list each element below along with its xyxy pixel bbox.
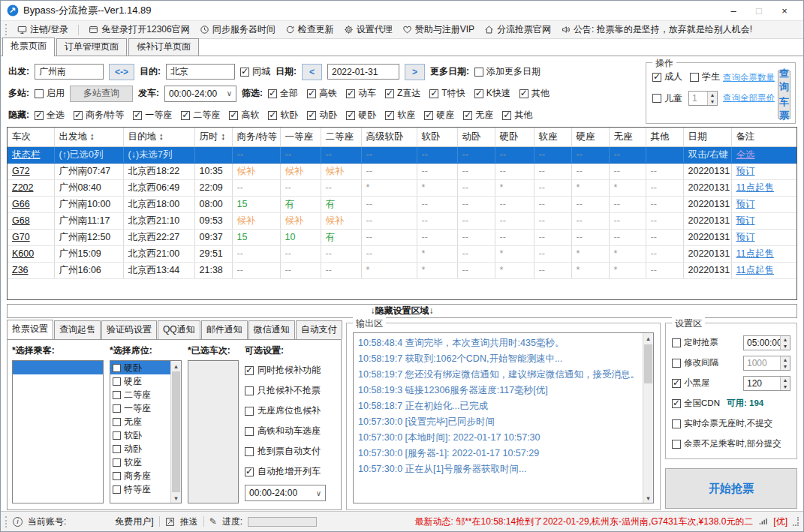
scroll-thumb[interactable] (644, 344, 652, 383)
book-link[interactable]: 预订 (736, 199, 755, 209)
settings-tab-2[interactable]: 查询起售 (54, 320, 101, 339)
train-number-link[interactable]: G68 (12, 215, 30, 226)
hide-checkbox-8[interactable]: 硬卧 (346, 109, 376, 122)
grid-header-cell[interactable]: 日期 (683, 128, 731, 146)
select-all-link[interactable]: 全选 (736, 149, 755, 160)
settings-tab-3[interactable]: 验证码设置 (101, 320, 157, 339)
dest-input[interactable]: 北京 (166, 64, 235, 80)
main-tab-1[interactable]: 抢票页面 (2, 38, 55, 56)
filter-checkbox-2[interactable]: 高铁 (307, 87, 337, 100)
grid-header-cell[interactable]: 其他 (646, 128, 683, 146)
train-number-link[interactable]: G70 (12, 232, 30, 242)
hide-checkbox-7[interactable]: 动卧 (307, 109, 337, 122)
hide-checkbox-10[interactable]: 硬座 (424, 109, 454, 122)
toolbar-item-4[interactable]: 检查更新 (285, 23, 334, 36)
train-number-link[interactable]: G72 (12, 166, 30, 176)
adult-checkbox[interactable]: 成人 (652, 71, 682, 83)
scroll-up-icon[interactable] (643, 333, 653, 343)
stepper-up-icon[interactable] (781, 336, 790, 343)
add-more-dates-checkbox[interactable]: 添加更多日期 (474, 65, 541, 78)
toolbar-item-6[interactable]: 赞助与注册VIP (402, 23, 474, 36)
train-number-link[interactable]: Z202 (12, 182, 34, 193)
setting-stepper[interactable]: 05:00:00 (743, 335, 790, 350)
hide-checkbox-11[interactable]: 无座 (463, 109, 493, 122)
depart-time-select[interactable]: 00:00-24:00 ∨ (164, 86, 236, 102)
start-grab-button[interactable]: 开始抢票 (665, 468, 797, 509)
grid-header-cell[interactable]: 无座 (609, 128, 646, 146)
grab-option-5[interactable]: 抢到票自动支付 (245, 441, 336, 461)
seat-option-row[interactable]: 硬卧 (110, 361, 170, 374)
setting-checkbox-1[interactable]: 定时抢票 (672, 337, 718, 348)
grab-option-1[interactable]: 同时抢候补功能 (245, 360, 336, 380)
student-checkbox[interactable]: 学生 (690, 71, 720, 83)
stepper-up-icon[interactable] (708, 92, 717, 98)
scroll-down-icon[interactable] (643, 493, 653, 503)
seat-option-row[interactable]: 特等座 (110, 482, 170, 496)
query-remaining-link[interactable]: 查询余票数量 (723, 72, 775, 83)
grid-header-cell[interactable]: 高级软卧 (361, 128, 417, 146)
toolbar-item-8[interactable]: 公告: 抢票靠的是坚持，放弃就是给别人机会! (561, 23, 752, 36)
chosen-trains-list[interactable] (188, 360, 239, 503)
settings-tab-5[interactable]: 邮件通知 (201, 320, 248, 339)
grid-header-cell[interactable]: 商务/特等 (232, 128, 280, 146)
train-number-link[interactable]: Z36 (12, 265, 29, 275)
child-checkbox[interactable]: 儿童 (652, 92, 682, 105)
setting-checkbox-6[interactable]: 余票不足乘客时,部分提交 (672, 438, 781, 449)
push-label[interactable]: 推送 (180, 515, 198, 528)
book-link[interactable]: 预订 (736, 232, 755, 242)
train-number-link[interactable]: 状态栏 (12, 149, 41, 160)
close-button[interactable]: × (772, 5, 797, 17)
scroll-up-icon[interactable] (171, 361, 181, 371)
grid-header-cell[interactable]: 一等座 (280, 128, 321, 146)
log-scrollbar[interactable] (643, 333, 653, 503)
toolbar-item-1[interactable]: 注销/登录 (17, 23, 68, 36)
main-tab-2[interactable]: 订单管理页面 (56, 38, 127, 56)
child-count-stepper[interactable]: 1 (688, 91, 718, 106)
grid-header-cell[interactable]: 目的地 ↕ (123, 128, 194, 146)
hide-checkbox-1[interactable]: 全选 (35, 109, 65, 122)
setting-stepper[interactable]: 120 (743, 376, 790, 391)
passenger-selection-row[interactable] (13, 361, 103, 374)
book-link[interactable]: 11点起售 (736, 265, 774, 275)
grid-header-cell[interactable]: 软卧 (417, 128, 457, 146)
seat-option-row[interactable]: 软座 (110, 455, 170, 469)
hide-checkbox-12[interactable]: 其他 (502, 109, 532, 122)
stepper-up-icon[interactable] (781, 356, 790, 363)
grid-header-cell[interactable]: 软座 (534, 128, 571, 146)
same-city-checkbox[interactable]: 同城 (240, 65, 270, 78)
grid-header-cell[interactable]: 二等座 (321, 128, 361, 146)
grid-header-cell[interactable]: 硬卧 (495, 128, 534, 146)
setting-stepper[interactable]: 1000 (743, 356, 790, 371)
toolbar-item-2[interactable]: 免登录打开12306官网 (89, 23, 189, 36)
seat-option-row[interactable]: 软卧 (110, 428, 170, 442)
book-link[interactable]: 11点起售 (736, 248, 774, 259)
filter-checkbox-3[interactable]: 动车 (346, 87, 376, 100)
scroll-thumb[interactable] (172, 371, 180, 492)
seat-list[interactable]: 硬卧硬座二等座一等座无座软卧动卧软座商务座特等座 (110, 360, 182, 503)
book-link[interactable]: 预订 (736, 215, 755, 226)
setting-checkbox-4[interactable]: 全国CDN (672, 398, 720, 409)
grab-option-2[interactable]: 只抢候补不抢票 (245, 380, 336, 401)
train-number-link[interactable]: K600 (12, 248, 34, 259)
settings-tab-6[interactable]: 微信通知 (248, 320, 295, 339)
multi-station-query-button[interactable]: 多站查询 (70, 86, 133, 102)
depart-input[interactable]: 广州南 (35, 64, 104, 80)
maximize-button[interactable]: □ (746, 5, 772, 17)
filter-checkbox-1[interactable]: 全部 (268, 87, 298, 100)
stepper-down-icon[interactable] (708, 98, 717, 105)
hide-checkbox-2[interactable]: 商务/特等 (74, 109, 124, 122)
grab-option-4[interactable]: 高铁和动车选座 (245, 421, 336, 441)
settings-tab-4[interactable]: QQ通知 (158, 320, 200, 339)
hide-checkbox-6[interactable]: 软卧 (268, 109, 298, 122)
grab-option-3[interactable]: 无座席位也候补 (245, 401, 336, 421)
book-link[interactable]: 预订 (736, 166, 755, 176)
multi-station-enable-checkbox[interactable]: 启用 (35, 87, 65, 100)
passenger-list[interactable] (12, 360, 104, 503)
grab-time-select[interactable]: 00:00-24:00 ∨ (245, 485, 326, 501)
settings-tab-7[interactable]: 自动支付 (296, 320, 342, 339)
query-tickets-button[interactable]: 查询 车票 (778, 71, 790, 119)
stepper-up-icon[interactable] (781, 377, 790, 383)
seat-option-row[interactable]: 一等座 (110, 401, 170, 415)
settings-tab-1[interactable]: 抢票设置 (7, 320, 53, 340)
seat-option-row[interactable]: 二等座 (110, 388, 170, 401)
